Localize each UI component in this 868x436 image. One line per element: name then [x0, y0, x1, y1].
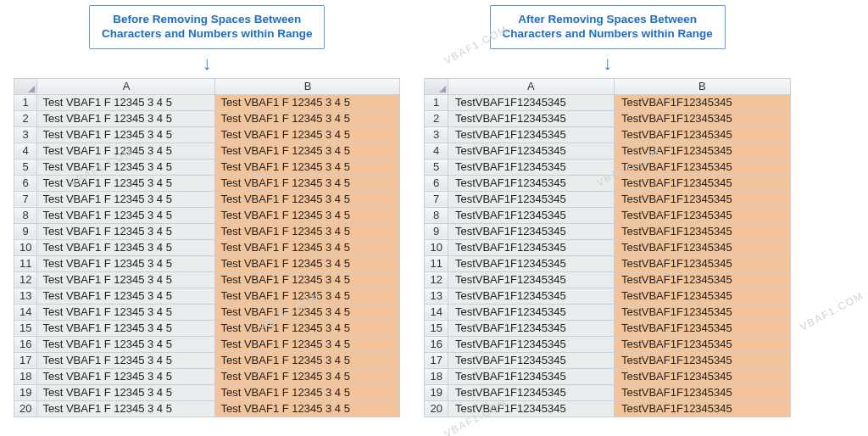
left-cell-b[interactable]: Test VBAF1 F 12345 3 4 5 — [215, 223, 400, 239]
row-header[interactable]: 18 — [425, 368, 448, 384]
right-cell-a[interactable]: TestVBAF1F12345345 — [448, 159, 614, 175]
right-cell-a[interactable]: TestVBAF1F12345345 — [448, 400, 614, 416]
left-cell-a[interactable]: Test VBAF1 F 12345 3 4 5 — [37, 143, 215, 159]
right-cell-b[interactable]: TestVBAF1F12345345 — [614, 271, 790, 288]
right-cell-a[interactable]: TestVBAF1F12345345 — [448, 368, 614, 384]
row-header[interactable]: 11 — [14, 255, 37, 271]
row-header[interactable]: 16 — [425, 336, 448, 352]
row-header[interactable]: 4 — [425, 143, 448, 159]
right-cell-a[interactable]: TestVBAF1F12345345 — [448, 304, 614, 320]
right-cell-a[interactable]: TestVBAF1F12345345 — [448, 352, 614, 368]
left-cell-a[interactable]: Test VBAF1 F 12345 3 4 5 — [37, 207, 215, 223]
right-cell-a[interactable]: TestVBAF1F12345345 — [448, 191, 614, 207]
row-header[interactable]: 2 — [425, 110, 448, 126]
left-cell-a[interactable]: Test VBAF1 F 12345 3 4 5 — [37, 239, 215, 255]
row-header[interactable]: 5 — [425, 159, 448, 175]
left-cell-b[interactable]: Test VBAF1 F 12345 3 4 5 — [215, 352, 400, 368]
right-cell-b[interactable]: TestVBAF1F12345345 — [614, 94, 790, 110]
left-cell-b[interactable]: Test VBAF1 F 12345 3 4 5 — [215, 207, 400, 223]
row-header[interactable]: 4 — [14, 143, 37, 159]
left-cell-a[interactable]: Test VBAF1 F 12345 3 4 5 — [37, 191, 215, 207]
row-header[interactable]: 18 — [14, 368, 37, 384]
left-cell-b[interactable]: Test VBAF1 F 12345 3 4 5 — [215, 368, 400, 384]
right-cell-a[interactable]: TestVBAF1F12345345 — [448, 271, 614, 288]
row-header[interactable]: 19 — [425, 384, 448, 400]
row-header[interactable]: 8 — [425, 207, 448, 223]
row-header[interactable]: 10 — [425, 239, 448, 255]
right-cell-b[interactable]: TestVBAF1F12345345 — [614, 191, 790, 207]
left-cell-b[interactable]: Test VBAF1 F 12345 3 4 5 — [215, 400, 400, 416]
row-header[interactable]: 20 — [425, 400, 448, 416]
right-cell-b[interactable]: TestVBAF1F12345345 — [614, 207, 790, 223]
row-header[interactable]: 3 — [14, 126, 37, 143]
before-col-a-header[interactable]: A — [37, 78, 215, 94]
row-header[interactable]: 14 — [425, 304, 448, 320]
row-header[interactable]: 1 — [14, 94, 37, 110]
row-header[interactable]: 3 — [425, 126, 448, 143]
right-cell-b[interactable]: TestVBAF1F12345345 — [614, 255, 790, 271]
left-cell-a[interactable]: Test VBAF1 F 12345 3 4 5 — [37, 400, 215, 416]
right-cell-b[interactable]: TestVBAF1F12345345 — [614, 175, 790, 191]
right-cell-b[interactable]: TestVBAF1F12345345 — [614, 320, 790, 336]
after-col-a-header[interactable]: A — [448, 78, 614, 94]
before-col-b-header[interactable]: B — [215, 78, 400, 94]
right-cell-a[interactable]: TestVBAF1F12345345 — [448, 175, 614, 191]
right-cell-b[interactable]: TestVBAF1F12345345 — [614, 336, 790, 352]
row-header[interactable]: 6 — [14, 175, 37, 191]
right-cell-a[interactable]: TestVBAF1F12345345 — [448, 239, 614, 255]
right-cell-b[interactable]: TestVBAF1F12345345 — [614, 110, 790, 126]
row-header[interactable]: 7 — [425, 191, 448, 207]
left-cell-b[interactable]: Test VBAF1 F 12345 3 4 5 — [215, 288, 400, 304]
right-cell-a[interactable]: TestVBAF1F12345345 — [448, 126, 614, 143]
right-cell-b[interactable]: TestVBAF1F12345345 — [614, 400, 790, 416]
select-all-corner[interactable] — [425, 78, 448, 94]
left-cell-a[interactable]: Test VBAF1 F 12345 3 4 5 — [37, 255, 215, 271]
left-cell-b[interactable]: Test VBAF1 F 12345 3 4 5 — [215, 336, 400, 352]
right-cell-a[interactable]: TestVBAF1F12345345 — [448, 384, 614, 400]
row-header[interactable]: 2 — [14, 110, 37, 126]
row-header[interactable]: 12 — [14, 271, 37, 288]
before-sheet[interactable]: A B 1Test VBAF1 F 12345 3 4 5Test VBAF1 … — [14, 78, 400, 417]
left-cell-a[interactable]: Test VBAF1 F 12345 3 4 5 — [37, 94, 215, 110]
row-header[interactable]: 8 — [14, 207, 37, 223]
row-header[interactable]: 10 — [14, 239, 37, 255]
right-cell-b[interactable]: TestVBAF1F12345345 — [614, 159, 790, 175]
left-cell-b[interactable]: Test VBAF1 F 12345 3 4 5 — [215, 320, 400, 336]
right-cell-a[interactable]: TestVBAF1F12345345 — [448, 207, 614, 223]
left-cell-b[interactable]: Test VBAF1 F 12345 3 4 5 — [215, 304, 400, 320]
left-cell-b[interactable]: Test VBAF1 F 12345 3 4 5 — [215, 110, 400, 126]
right-cell-b[interactable]: TestVBAF1F12345345 — [614, 304, 790, 320]
after-col-b-header[interactable]: B — [614, 78, 790, 94]
row-header[interactable]: 16 — [14, 336, 37, 352]
right-cell-a[interactable]: TestVBAF1F12345345 — [448, 255, 614, 271]
left-cell-b[interactable]: Test VBAF1 F 12345 3 4 5 — [215, 94, 400, 110]
row-header[interactable]: 19 — [14, 384, 37, 400]
row-header[interactable]: 15 — [425, 320, 448, 336]
left-cell-b[interactable]: Test VBAF1 F 12345 3 4 5 — [215, 384, 400, 400]
row-header[interactable]: 7 — [14, 191, 37, 207]
row-header[interactable]: 13 — [425, 288, 448, 304]
select-all-corner[interactable] — [14, 78, 37, 94]
row-header[interactable]: 12 — [425, 271, 448, 288]
row-header[interactable]: 9 — [425, 223, 448, 239]
row-header[interactable]: 15 — [14, 320, 37, 336]
row-header[interactable]: 6 — [425, 175, 448, 191]
right-cell-b[interactable]: TestVBAF1F12345345 — [614, 368, 790, 384]
right-cell-b[interactable]: TestVBAF1F12345345 — [614, 239, 790, 255]
row-header[interactable]: 5 — [14, 159, 37, 175]
left-cell-a[interactable]: Test VBAF1 F 12345 3 4 5 — [37, 304, 215, 320]
right-cell-b[interactable]: TestVBAF1F12345345 — [614, 143, 790, 159]
right-cell-b[interactable]: TestVBAF1F12345345 — [614, 223, 790, 239]
left-cell-a[interactable]: Test VBAF1 F 12345 3 4 5 — [37, 223, 215, 239]
right-cell-b[interactable]: TestVBAF1F12345345 — [614, 126, 790, 143]
right-cell-a[interactable]: TestVBAF1F12345345 — [448, 110, 614, 126]
left-cell-b[interactable]: Test VBAF1 F 12345 3 4 5 — [215, 143, 400, 159]
right-cell-a[interactable]: TestVBAF1F12345345 — [448, 94, 614, 110]
row-header[interactable]: 9 — [14, 223, 37, 239]
right-cell-a[interactable]: TestVBAF1F12345345 — [448, 336, 614, 352]
left-cell-a[interactable]: Test VBAF1 F 12345 3 4 5 — [37, 336, 215, 352]
left-cell-b[interactable]: Test VBAF1 F 12345 3 4 5 — [215, 126, 400, 143]
row-header[interactable]: 20 — [14, 400, 37, 416]
row-header[interactable]: 13 — [14, 288, 37, 304]
left-cell-b[interactable]: Test VBAF1 F 12345 3 4 5 — [215, 271, 400, 288]
